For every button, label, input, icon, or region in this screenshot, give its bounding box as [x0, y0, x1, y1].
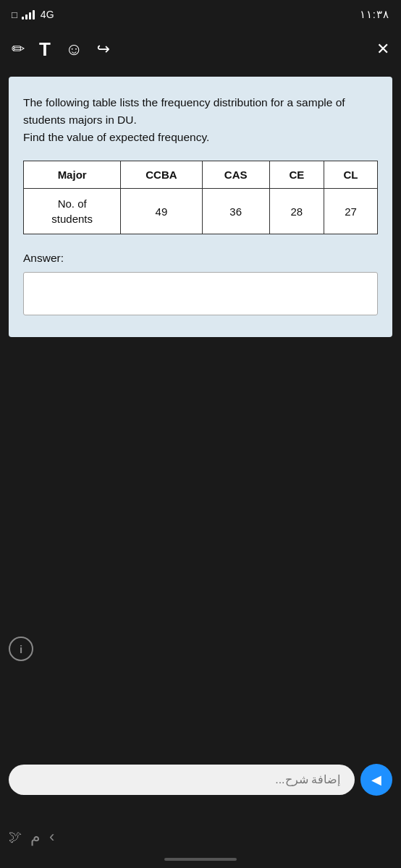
close-button[interactable]: ✕ — [376, 40, 389, 59]
answer-label: Answer: — [23, 252, 378, 265]
comment-input[interactable] — [9, 765, 355, 795]
cell-ce: 28 — [269, 189, 324, 234]
carrier-label: 4G — [41, 9, 54, 20]
forward-nav-icon[interactable]: ﻡ — [30, 827, 41, 846]
toolbar-left: ✏ T ☺ ↩ — [12, 38, 110, 61]
row-label: No. ofstudents — [24, 189, 121, 234]
status-bar: □ 4G ١١:٣٨ — [0, 0, 401, 29]
cell-cl: 27 — [324, 189, 378, 234]
question-text: The following table lists the frequency … — [23, 94, 378, 146]
send-button[interactable]: ◀ — [360, 764, 392, 796]
header-major: Major — [24, 161, 121, 189]
content-card: The following table lists the frequency … — [9, 77, 392, 337]
header-cas: CAS — [202, 161, 269, 189]
signal-icon: □ — [12, 9, 17, 20]
status-left: □ 4G — [12, 9, 54, 20]
info-icon: i — [9, 637, 33, 661]
edit-icon[interactable]: ✏ — [12, 40, 25, 59]
bottom-area: i — [0, 622, 401, 868]
emoji-icon[interactable]: ☺ — [65, 39, 83, 59]
answer-input-box[interactable] — [23, 272, 378, 315]
header-cl: CL — [324, 161, 378, 189]
back-nav-icon[interactable]: ‹ — [49, 827, 54, 846]
home-indicator — [164, 858, 237, 861]
text-icon[interactable]: T — [39, 38, 51, 61]
input-bar: ◀ — [9, 764, 392, 796]
share-icon[interactable]: ↩ — [97, 40, 110, 59]
send-arrow-icon: ◀ — [371, 772, 381, 788]
cell-cas: 36 — [202, 189, 269, 234]
data-table: Major CCBA CAS CE CL No. ofstudents 49 3… — [23, 161, 378, 234]
bottom-nav: 🕊 ﻡ ‹ — [9, 827, 54, 846]
time-display: ١١:٣٨ — [360, 8, 389, 21]
toolbar: ✏ T ☺ ↩ ✕ — [0, 29, 401, 69]
cell-ccba: 49 — [121, 189, 202, 234]
header-ccba: CCBA — [121, 161, 202, 189]
table-row: No. ofstudents 49 36 28 27 — [24, 189, 378, 234]
bird-icon: 🕊 — [9, 830, 22, 845]
header-ce: CE — [269, 161, 324, 189]
signal-bars — [22, 9, 35, 20]
